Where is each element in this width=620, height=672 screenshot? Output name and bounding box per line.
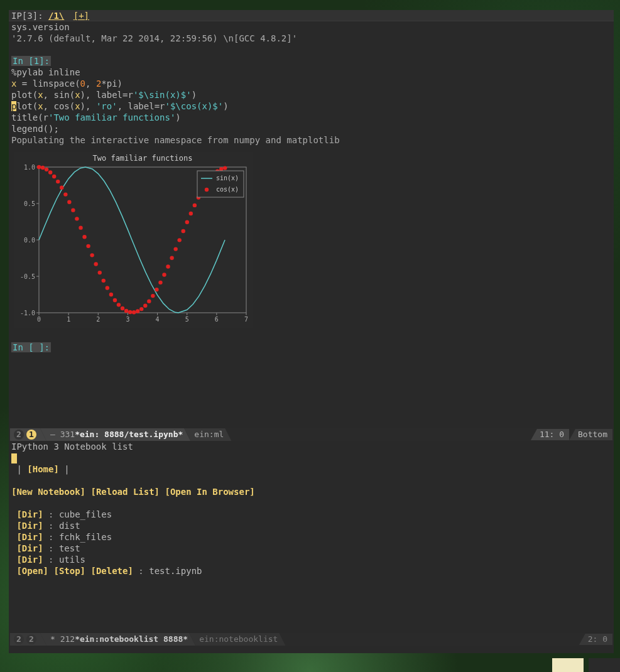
svg-text:1: 1 <box>67 316 70 323</box>
svg-point-56 <box>143 304 147 308</box>
svg-point-46 <box>106 286 109 290</box>
code-line: %pylab inline <box>11 67 611 78</box>
dir-name: utils <box>59 555 85 565</box>
desktop-taskbar <box>0 658 620 672</box>
svg-text:Two familiar functions: Two familiar functions <box>93 154 193 163</box>
cell-prompt: In [ ]: <box>11 342 51 352</box>
tab-add[interactable]: [+] <box>73 11 89 21</box>
svg-point-33 <box>56 180 60 183</box>
svg-text:cos(x): cos(x) <box>216 186 239 193</box>
scroll-pos: Bottom <box>578 429 607 440</box>
svg-text:4: 4 <box>156 316 160 323</box>
modeline-top: 2 1 — 331 *ein: 8888/test.ipynb* ein:ml … <box>9 428 614 441</box>
svg-text:5: 5 <box>185 316 189 323</box>
svg-point-28 <box>37 165 41 169</box>
dir-link[interactable]: [Dir] <box>16 521 43 531</box>
workspace-badge: 1 <box>26 430 36 440</box>
svg-point-29 <box>41 166 45 170</box>
svg-point-66 <box>182 229 185 233</box>
svg-point-32 <box>52 175 56 178</box>
svg-point-38 <box>75 217 79 220</box>
tab-active[interactable]: /1\ <box>48 11 64 21</box>
svg-point-57 <box>147 299 151 303</box>
buffer-name: *ein:notebooklist 8888* <box>75 634 188 645</box>
svg-point-42 <box>90 253 94 257</box>
svg-point-59 <box>155 288 158 291</box>
dir-link[interactable]: [Dir] <box>16 532 43 542</box>
dir-link[interactable]: [Dir] <box>16 555 43 565</box>
svg-point-44 <box>98 271 102 274</box>
svg-point-51 <box>124 309 128 313</box>
code-line: x = linspace(0, 2*pi) <box>11 78 611 89</box>
svg-text:6: 6 <box>215 316 219 323</box>
svg-point-31 <box>48 170 52 174</box>
open-button[interactable]: [Open] <box>16 566 48 576</box>
svg-point-52 <box>128 310 132 314</box>
svg-point-43 <box>94 262 98 266</box>
home-link[interactable]: [Home] <box>27 464 59 474</box>
svg-point-76 <box>219 167 223 171</box>
dir-link[interactable]: [Dir] <box>16 509 43 519</box>
svg-text:sin(x): sin(x) <box>216 175 239 182</box>
dir-link[interactable]: [Dir] <box>16 543 43 553</box>
svg-text:7: 7 <box>244 316 248 323</box>
svg-point-77 <box>223 166 227 170</box>
svg-text:0.5: 0.5 <box>24 200 35 207</box>
notebook-buffer[interactable]: sys.version '2.7.6 (default, Mar 22 2014… <box>9 21 614 428</box>
svg-point-53 <box>132 310 136 314</box>
open-in-browser-button[interactable]: [Open In Browser] <box>165 487 254 497</box>
workspace-badge: 2 <box>14 430 24 440</box>
svg-point-30 <box>45 168 48 171</box>
code-line: title(r'Two familiar functions') <box>11 112 611 123</box>
svg-point-62 <box>166 264 170 268</box>
stop-button[interactable]: [Stop] <box>53 566 85 576</box>
svg-point-58 <box>151 294 155 298</box>
svg-point-69 <box>193 203 197 207</box>
cell-prompt: In [1]: <box>11 56 51 66</box>
code-line: plot(x, cos(x), 'ro', label=r'$\cos(x)$'… <box>11 100 611 112</box>
delete-button[interactable]: [Delete] <box>90 566 133 576</box>
svg-point-67 <box>185 220 189 224</box>
svg-point-55 <box>139 307 143 311</box>
svg-point-50 <box>121 306 124 310</box>
svg-text:-1.0: -1.0 <box>20 310 35 317</box>
svg-point-49 <box>117 303 121 306</box>
tab-bar: IP[3]: /1\ [+] <box>9 10 614 21</box>
output-line: Populating the interactive namespace fro… <box>11 134 611 146</box>
svg-point-35 <box>63 192 67 196</box>
svg-point-60 <box>158 281 162 285</box>
svg-point-48 <box>113 298 117 302</box>
buffer-name: *ein: 8888/test.ipynb* <box>75 429 183 440</box>
workspace-badge: 2 <box>14 634 24 644</box>
cursor-pos: 11: 0 <box>540 429 564 440</box>
svg-text:1.0: 1.0 <box>24 164 35 171</box>
svg-text:0.0: 0.0 <box>24 237 35 244</box>
breadcrumb: | [Home] | <box>11 463 611 475</box>
tab-prefix: IP[3]: <box>11 11 48 21</box>
major-mode: ein:ml <box>194 429 224 440</box>
dir-name: cube_files <box>59 509 112 519</box>
svg-point-61 <box>162 273 166 276</box>
code-line: plot(x, sin(x), label=r'$\sin(x)$') <box>11 89 611 100</box>
svg-text:2: 2 <box>96 316 100 323</box>
svg-point-39 <box>79 225 82 229</box>
svg-text:3: 3 <box>126 316 129 323</box>
svg-point-63 <box>170 256 173 260</box>
cursor-pos: 2: 0 <box>588 634 607 645</box>
svg-point-40 <box>82 235 86 239</box>
svg-point-64 <box>173 247 177 251</box>
svg-point-47 <box>109 293 113 296</box>
svg-point-68 <box>189 212 193 215</box>
new-notebook-button[interactable]: [New Notebook] <box>11 487 85 497</box>
dir-name: dist <box>59 521 80 531</box>
cursor <box>11 453 17 463</box>
code-line: legend(); <box>11 123 611 134</box>
svg-point-37 <box>71 208 75 212</box>
reload-list-button[interactable]: [Reload List] <box>90 487 160 497</box>
svg-point-34 <box>60 186 63 190</box>
dir-name: fchk_files <box>59 532 112 542</box>
major-mode: ein:notebooklist <box>199 634 278 645</box>
svg-point-36 <box>67 200 71 203</box>
notebooklist-buffer[interactable]: IPython 3 Notebook list | [Home] | [New … <box>9 441 614 633</box>
output-line: '2.7.6 (default, Mar 22 2014, 22:59:56) … <box>11 33 611 44</box>
